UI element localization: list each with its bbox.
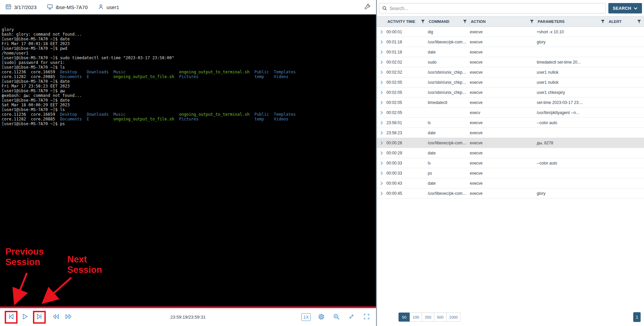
table-row[interactable]: 00:02:02/usr/sbin/unix_chkpwdexecveuser1… xyxy=(377,67,644,77)
row-expand-chevron-icon[interactable] xyxy=(377,121,386,125)
annotation-previous-session: Previous Session xyxy=(5,247,56,267)
filter-icon[interactable] xyxy=(463,20,467,23)
table-row[interactable]: 00:02:05timedatectlexecveset-time 2023-0… xyxy=(377,98,644,108)
table-row[interactable]: 00:02:05/usr/sbin/unix_chkpwdexecveuser1… xyxy=(377,77,644,87)
search-button[interactable]: SEARCH xyxy=(608,3,642,13)
filter-icon[interactable] xyxy=(601,20,605,23)
session-user-item: user1 xyxy=(98,4,119,11)
cell-params: user1 chkexpiry xyxy=(537,90,608,95)
row-expand-chevron-icon[interactable] xyxy=(377,30,386,34)
cell-action: execve xyxy=(470,50,537,55)
cell-params: --color auto xyxy=(537,161,608,166)
expand-button[interactable] xyxy=(347,313,356,322)
user-icon xyxy=(98,4,104,11)
row-expand-chevron-icon[interactable] xyxy=(377,101,386,105)
table-row[interactable]: 00:00:43dateexecve xyxy=(377,178,644,188)
row-expand-chevron-icon[interactable] xyxy=(377,151,386,155)
filter-icon[interactable] xyxy=(637,20,641,23)
terminal-line: glory xyxy=(2,27,296,32)
page-size-100[interactable]: 100 xyxy=(410,313,422,322)
cell-time: 00:02:05 xyxy=(386,110,428,115)
column-header-command[interactable]: COMMAND xyxy=(428,16,470,27)
row-expand-chevron-icon[interactable] xyxy=(377,90,386,95)
row-expand-chevron-icon[interactable] xyxy=(377,80,386,84)
skip-to-start-icon xyxy=(7,313,15,321)
table-row[interactable]: 23:58:01lsexecve--color auto xyxy=(377,118,644,128)
table-row[interactable]: 00:00:29dateexecve xyxy=(377,148,644,158)
zoom-in-button[interactable] xyxy=(332,313,341,322)
column-header-alert[interactable]: ALERT xyxy=(608,16,644,27)
cell-action: execve xyxy=(470,181,537,186)
table-row[interactable]: 00:00:45/usr/libexec/pk-comma...execvegl… xyxy=(377,188,644,198)
column-header-action[interactable]: ACTION xyxy=(470,16,537,27)
row-expand-chevron-icon[interactable] xyxy=(377,171,386,175)
row-expand-chevron-icon[interactable] xyxy=(377,181,386,185)
play-button[interactable] xyxy=(20,313,30,322)
row-expand-chevron-icon[interactable] xyxy=(377,141,386,145)
page-size-group: 501002505001000 xyxy=(399,313,461,322)
column-header-parameters[interactable]: PARAMETERS xyxy=(537,16,608,27)
row-expand-chevron-icon[interactable] xyxy=(377,60,386,64)
fullscreen-button[interactable] xyxy=(362,313,371,322)
table-row[interactable]: 00:01:18dateexecve xyxy=(377,47,644,57)
terminal-line: [user1@ibse-MS-7A70 ~]$ date xyxy=(2,98,296,103)
table-row[interactable]: 00:02:05/usr/sbin/unix_chkpwdexecveuser1… xyxy=(377,87,644,98)
row-expand-chevron-icon[interactable] xyxy=(377,191,386,195)
table-row[interactable]: 00:00:33lsexecve--color auto xyxy=(377,158,644,168)
table-row[interactable]: 00:01:16/usr/libexec/pk-comma...execvegl… xyxy=(377,37,644,47)
cell-time: 00:02:05 xyxy=(386,80,428,85)
activity-log-pane: SEARCH ACTIVITY TIME COMMAND ACTION PARA… xyxy=(377,0,644,326)
column-label: COMMAND xyxy=(429,20,449,24)
settings-button[interactable] xyxy=(316,313,326,322)
calendar-icon xyxy=(5,4,11,11)
page-size-1000[interactable]: 1000 xyxy=(446,313,461,322)
page-size-250[interactable]: 250 xyxy=(422,313,434,322)
tools-wrench-button[interactable] xyxy=(364,3,371,11)
table-row[interactable]: 00:00:26/usr/libexec/pk-comma...execveды… xyxy=(377,138,644,148)
row-expand-chevron-icon[interactable] xyxy=(377,161,386,165)
terminal-line: [user1@ibse-MS-7A70 ~]$ ды xyxy=(2,88,296,93)
next-session-button[interactable] xyxy=(35,313,44,322)
page-size-500[interactable]: 500 xyxy=(434,313,446,322)
page-size-50[interactable]: 50 xyxy=(399,313,410,322)
fast-forward-icon xyxy=(65,313,72,321)
rewind-button[interactable] xyxy=(51,313,61,322)
cell-command: /usr/libexec/pk-comma... xyxy=(428,141,470,145)
fast-forward-button[interactable] xyxy=(64,313,73,322)
table-header: ACTIVITY TIME COMMAND ACTION PARAMETERS … xyxy=(377,16,644,27)
row-expand-chevron-icon[interactable] xyxy=(377,70,386,74)
table-row[interactable]: 00:02:02sudoexecvetimedatectl set-time 2… xyxy=(377,57,644,67)
pagination-bar: 501002505001000 1 xyxy=(377,308,644,326)
table-row[interactable]: 00:02:05execv/usr/bin/pkttyagent --n... xyxy=(377,108,644,118)
cell-time: 00:02:05 xyxy=(386,90,428,95)
filter-icon[interactable] xyxy=(421,20,425,23)
cell-params: user1 nullok xyxy=(537,70,608,75)
page-indicator[interactable]: 1 xyxy=(633,312,641,322)
cell-time: 00:00:33 xyxy=(386,161,428,166)
column-header-activity-time[interactable]: ACTIVITY TIME xyxy=(386,16,428,27)
search-input[interactable] xyxy=(379,3,606,13)
playback-speed-button[interactable]: 1X xyxy=(301,313,311,321)
cell-time: 00:00:33 xyxy=(386,171,428,176)
column-label: ACTION xyxy=(471,20,486,24)
table-row[interactable]: 00:00:33psexecve xyxy=(377,168,644,178)
row-expand-chevron-icon[interactable] xyxy=(377,111,386,115)
previous-session-highlight-box xyxy=(5,311,17,324)
session-player-app: 3/17/2023 ibse-MS-7A70 user1 glorybash: … xyxy=(0,0,644,326)
previous-session-button[interactable] xyxy=(6,313,16,322)
table-row[interactable]: 23:58:23dateexecve xyxy=(377,128,644,138)
cell-time: 23:58:01 xyxy=(386,120,428,125)
filter-icon[interactable] xyxy=(530,20,534,23)
search-field-wrap xyxy=(379,3,606,13)
cell-params: glory xyxy=(537,40,608,44)
table-row[interactable]: 00:00:01digexecve+short -x 10.10 xyxy=(377,27,644,37)
cell-command: /usr/libexec/pk-comma... xyxy=(428,191,470,196)
cell-time: 00:00:26 xyxy=(386,141,428,145)
row-expand-chevron-icon[interactable] xyxy=(377,40,386,44)
cell-params: --color auto xyxy=(537,120,608,125)
monitor-icon xyxy=(47,4,53,11)
row-expand-chevron-icon[interactable] xyxy=(377,131,386,135)
row-expand-chevron-icon[interactable] xyxy=(377,50,386,54)
terminal-line: /home/user1 xyxy=(2,51,296,56)
cell-params: /usr/bin/pkttyagent --n... xyxy=(537,110,608,115)
